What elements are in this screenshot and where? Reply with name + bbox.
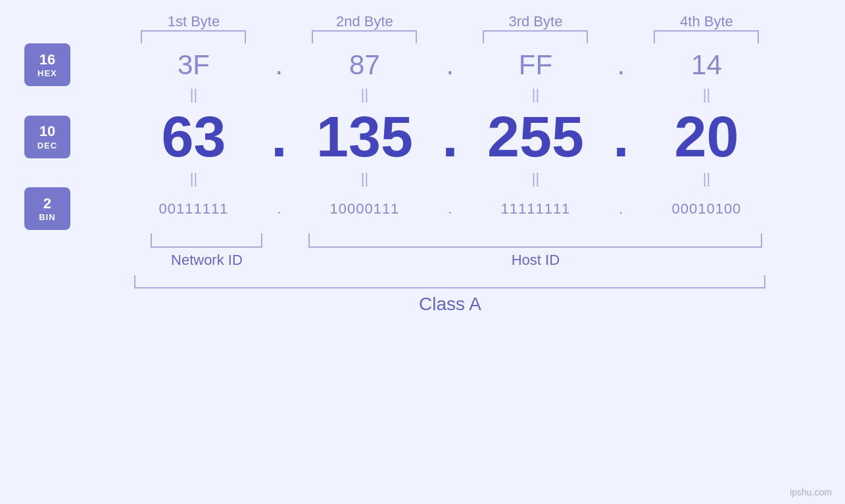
bin-val-2: 10000111	[329, 200, 399, 218]
hex-row: 16 HEX 3F . 87 . FF . 14	[20, 43, 825, 86]
eq-2-1: ||	[121, 170, 266, 187]
watermark: ipshu.com	[790, 487, 832, 497]
class-label: Class A	[134, 294, 765, 315]
hex-val-4: 14	[691, 49, 722, 81]
eq-2-2: ||	[292, 170, 437, 187]
bin-val-3: 11111111	[500, 200, 570, 218]
main-container: 1st Byte 2nd Byte 3rd Byte 4th Byte 16 H…	[0, 0, 845, 504]
bin-val-1: 00111111	[158, 200, 228, 218]
dec-dot-3: .	[613, 103, 629, 170]
eq-1-4: ||	[634, 86, 779, 103]
equals-row-1: || || || ||	[20, 86, 825, 103]
dec-val-3: 255	[487, 103, 584, 170]
hex-badge: 16 HEX	[24, 43, 70, 86]
host-id-label: Host ID	[512, 252, 560, 268]
bin-badge: 2 BIN	[24, 187, 70, 230]
eq-2-4: ||	[634, 170, 779, 187]
eq-1-3: ||	[463, 86, 608, 103]
id-labels-row: Network ID Host ID	[20, 252, 825, 269]
hex-dot-2: .	[447, 49, 454, 81]
dec-badge-wrapper: 10 DEC	[20, 116, 75, 158]
dec-badge: 10 DEC	[24, 116, 70, 158]
eq-1-2: ||	[292, 86, 437, 103]
dec-val-4: 20	[674, 103, 738, 170]
bottom-brackets-row	[20, 233, 825, 248]
dec-row: 10 DEC 63 . 135 . 255 . 20	[20, 103, 825, 170]
hex-dot-3: .	[617, 49, 625, 81]
bin-val-4: 00010100	[671, 200, 741, 218]
byte-label-2: 2nd Byte	[292, 13, 437, 30]
byte-labels-row: 1st Byte 2nd Byte 3rd Byte 4th Byte	[20, 13, 825, 30]
hex-badge-wrapper: 16 HEX	[20, 43, 75, 86]
top-brackets-row	[20, 30, 825, 43]
dec-dot-2: .	[442, 103, 458, 170]
bin-row: 2 BIN 00111111 . 10000111 . 11111111 . 0…	[20, 187, 825, 230]
top-bracket-4	[634, 30, 779, 43]
top-bracket-3	[463, 30, 608, 43]
byte-label-4: 4th Byte	[634, 13, 779, 30]
bin-dot-2: .	[448, 200, 452, 218]
dec-val-2: 135	[316, 103, 413, 170]
hex-val-2: 87	[349, 49, 380, 81]
network-id-label: Network ID	[171, 252, 243, 268]
hex-val-3: FF	[519, 49, 552, 81]
dec-val-1: 63	[161, 103, 226, 170]
top-bracket-1	[121, 30, 266, 43]
bin-dot-1: .	[277, 200, 281, 218]
top-bracket-2	[292, 30, 437, 43]
bin-badge-wrapper: 2 BIN	[20, 187, 75, 230]
equals-row-2: || || || ||	[20, 170, 825, 187]
bin-dot-3: .	[619, 200, 623, 218]
class-bracket-wrapper: Class A	[20, 275, 825, 315]
dec-dot-1: .	[271, 103, 287, 170]
hex-dot-1: .	[276, 49, 283, 81]
byte-label-3: 3rd Byte	[463, 13, 608, 30]
hex-val-1: 3F	[178, 49, 210, 81]
eq-2-3: ||	[463, 170, 608, 187]
byte-label-1: 1st Byte	[121, 13, 266, 30]
eq-1-1: ||	[121, 86, 266, 103]
